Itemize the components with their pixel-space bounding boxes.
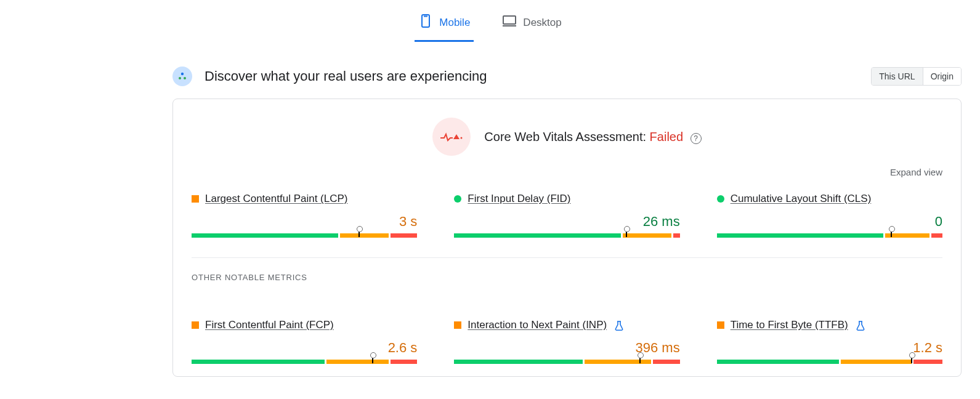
metric-interaction-to-next-paint-inp: Interaction to Next Paint (INP) 396 ms [454, 319, 679, 364]
metric-title-row: Time to First Byte (TTFB) [717, 319, 942, 331]
gauge-marker-icon [891, 230, 892, 237]
gauge-seg-good [192, 233, 338, 238]
distribution-gauge [454, 360, 679, 364]
svg-point-6 [184, 77, 186, 79]
gauge-seg-good [717, 360, 839, 364]
gauge-seg-needs-improvement [841, 360, 912, 364]
distribution-gauge [454, 233, 679, 238]
field-data-icon [172, 66, 192, 86]
metric-name[interactable]: Cumulative Layout Shift (CLS) [731, 193, 872, 205]
experimental-flask-icon [856, 320, 865, 331]
svg-marker-7 [453, 134, 460, 139]
status-indicator-icon [192, 195, 199, 203]
distribution-gauge [717, 233, 942, 238]
gauge-seg-poor [931, 233, 942, 238]
gauge-marker-icon [358, 230, 360, 237]
gauge-seg-good [454, 360, 583, 364]
cwv-metrics-grid: Largest Contentful Paint (LCP) 3 s First… [192, 193, 942, 238]
assessment-text: Core Web Vitals Assessment: Failed ? [484, 130, 701, 144]
section-title: Discover what your real users are experi… [205, 68, 487, 84]
metric-value-row: 0 [717, 214, 942, 230]
metric-title-row: Interaction to Next Paint (INP) [454, 319, 679, 331]
tab-mobile[interactable]: Mobile [415, 7, 474, 42]
gauge-seg-needs-improvement [326, 360, 389, 364]
metric-time-to-first-byte-ttfb: Time to First Byte (TTFB) 1.2 s [717, 319, 942, 364]
section-header: Discover what your real users are experi… [172, 66, 962, 86]
metric-name[interactable]: First Input Delay (FID) [468, 193, 570, 205]
svg-point-8 [461, 137, 463, 139]
gauge-seg-good [192, 360, 325, 364]
metric-value: 2.6 s [388, 340, 418, 356]
metric-title-row: Cumulative Layout Shift (CLS) [717, 193, 942, 205]
distribution-gauge [192, 233, 417, 238]
metric-title-row: First Contentful Paint (FCP) [192, 319, 417, 331]
tab-desktop[interactable]: Desktop [498, 7, 565, 42]
scope-toggle: This URL Origin [871, 67, 962, 86]
gauge-marker-icon [639, 356, 641, 363]
metric-value: 0 [935, 214, 942, 230]
divider [192, 257, 942, 258]
help-icon[interactable]: ? [690, 133, 702, 144]
metric-name[interactable]: Largest Contentful Paint (LCP) [205, 193, 348, 205]
gauge-seg-poor [391, 360, 417, 364]
metric-name[interactable]: Time to First Byte (TTFB) [731, 319, 848, 331]
metric-value-row: 2.6 s [192, 340, 417, 356]
gauge-seg-poor [913, 360, 942, 364]
gauge-marker-icon [911, 356, 912, 363]
metric-first-contentful-paint-fcp: First Contentful Paint (FCP) 2.6 s [192, 319, 417, 364]
gauge-seg-needs-improvement [340, 233, 389, 238]
metric-value: 26 ms [643, 214, 680, 230]
status-indicator-icon [454, 321, 461, 329]
gauge-seg-needs-improvement [585, 360, 651, 364]
metric-title-row: First Input Delay (FID) [454, 193, 679, 205]
mobile-icon [418, 14, 433, 31]
field-data-card: Core Web Vitals Assessment: Failed ? Exp… [172, 99, 962, 377]
metric-title-row: Largest Contentful Paint (LCP) [192, 193, 417, 205]
tab-desktop-label: Desktop [523, 17, 561, 29]
distribution-gauge [192, 360, 417, 364]
metric-value: 1.2 s [913, 340, 942, 356]
metric-name[interactable]: First Contentful Paint (FCP) [205, 319, 334, 331]
svg-rect-2 [503, 16, 516, 24]
device-tabs: Mobile Desktop [0, 0, 980, 42]
gauge-seg-poor [653, 360, 679, 364]
gauge-seg-good [454, 233, 620, 238]
assessment-status: Failed [650, 130, 683, 143]
scope-this-url-button[interactable]: This URL [872, 68, 922, 85]
status-indicator-icon [454, 195, 461, 203]
distribution-gauge [717, 360, 942, 364]
tab-mobile-label: Mobile [439, 17, 470, 29]
metric-value-row: 3 s [192, 214, 417, 230]
svg-point-5 [179, 77, 181, 79]
metric-largest-contentful-paint-lcp: Largest Contentful Paint (LCP) 3 s [192, 193, 417, 238]
svg-point-4 [181, 73, 184, 75]
status-indicator-icon [717, 321, 724, 329]
scope-origin-button[interactable]: Origin [923, 68, 961, 85]
gauge-seg-poor [673, 233, 680, 238]
experimental-flask-icon [614, 320, 624, 331]
metric-name[interactable]: Interaction to Next Paint (INP) [468, 319, 607, 331]
metric-value-row: 396 ms [454, 340, 679, 356]
metric-value-row: 26 ms [454, 214, 679, 230]
other-metrics-grid: First Contentful Paint (FCP) 2.6 s Inter… [192, 319, 942, 364]
expand-view-link[interactable]: Expand view [890, 167, 942, 177]
gauge-marker-icon [626, 230, 627, 237]
metric-value-row: 1.2 s [717, 340, 942, 356]
gauge-seg-good [717, 233, 883, 238]
metric-first-input-delay-fid: First Input Delay (FID) 26 ms [454, 193, 679, 238]
assessment-row: Core Web Vitals Assessment: Failed ? [192, 118, 942, 156]
assessment-label: Core Web Vitals Assessment: [484, 130, 649, 143]
status-indicator-icon [717, 195, 724, 203]
desktop-icon [502, 14, 517, 31]
metric-cumulative-layout-shift-cls: Cumulative Layout Shift (CLS) 0 [717, 193, 942, 238]
gauge-marker-icon [372, 356, 373, 363]
gauge-seg-needs-improvement [623, 233, 671, 238]
other-metrics-subhead: OTHER NOTABLE METRICS [192, 273, 942, 282]
status-indicator-icon [192, 321, 199, 329]
assessment-badge-icon [432, 118, 471, 156]
gauge-seg-poor [391, 233, 417, 238]
section-header-left: Discover what your real users are experi… [172, 66, 487, 86]
metric-value: 3 s [399, 214, 417, 230]
